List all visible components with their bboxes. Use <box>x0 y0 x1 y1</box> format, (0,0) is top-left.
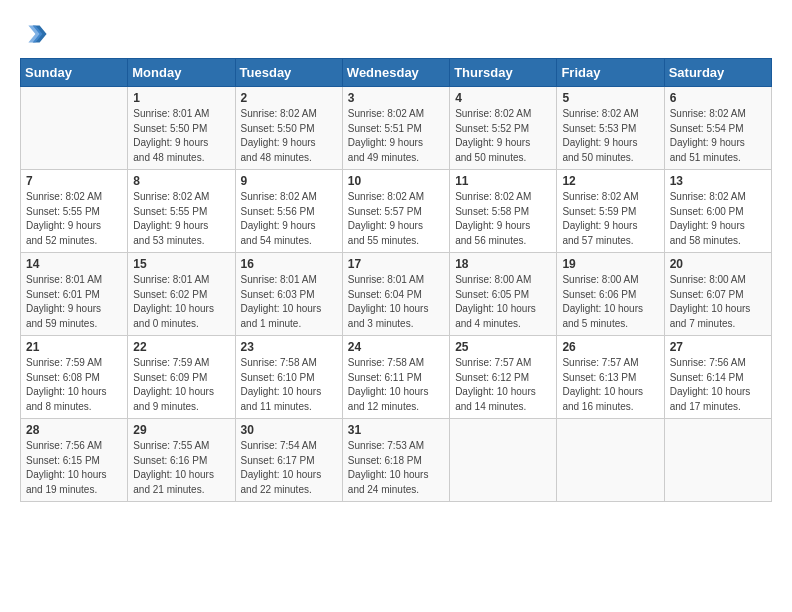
calendar-cell: 8Sunrise: 8:02 AM Sunset: 5:55 PM Daylig… <box>128 170 235 253</box>
day-number: 8 <box>133 174 229 188</box>
calendar-header-row: SundayMondayTuesdayWednesdayThursdayFrid… <box>21 59 772 87</box>
day-info: Sunrise: 7:58 AM Sunset: 6:10 PM Dayligh… <box>241 356 337 414</box>
day-info: Sunrise: 8:02 AM Sunset: 5:56 PM Dayligh… <box>241 190 337 248</box>
calendar-week-row: 21Sunrise: 7:59 AM Sunset: 6:08 PM Dayli… <box>21 336 772 419</box>
weekday-header-tuesday: Tuesday <box>235 59 342 87</box>
day-info: Sunrise: 8:01 AM Sunset: 6:03 PM Dayligh… <box>241 273 337 331</box>
day-info: Sunrise: 8:02 AM Sunset: 5:59 PM Dayligh… <box>562 190 658 248</box>
calendar-cell: 3Sunrise: 8:02 AM Sunset: 5:51 PM Daylig… <box>342 87 449 170</box>
day-info: Sunrise: 8:02 AM Sunset: 5:53 PM Dayligh… <box>562 107 658 165</box>
day-number: 18 <box>455 257 551 271</box>
day-number: 19 <box>562 257 658 271</box>
day-number: 15 <box>133 257 229 271</box>
day-number: 1 <box>133 91 229 105</box>
calendar-cell: 11Sunrise: 8:02 AM Sunset: 5:58 PM Dayli… <box>450 170 557 253</box>
calendar-cell: 22Sunrise: 7:59 AM Sunset: 6:09 PM Dayli… <box>128 336 235 419</box>
day-info: Sunrise: 7:56 AM Sunset: 6:14 PM Dayligh… <box>670 356 766 414</box>
day-info: Sunrise: 7:56 AM Sunset: 6:15 PM Dayligh… <box>26 439 122 497</box>
day-number: 22 <box>133 340 229 354</box>
day-info: Sunrise: 8:00 AM Sunset: 6:06 PM Dayligh… <box>562 273 658 331</box>
calendar-cell: 7Sunrise: 8:02 AM Sunset: 5:55 PM Daylig… <box>21 170 128 253</box>
day-info: Sunrise: 8:01 AM Sunset: 5:50 PM Dayligh… <box>133 107 229 165</box>
day-number: 12 <box>562 174 658 188</box>
day-info: Sunrise: 8:02 AM Sunset: 5:55 PM Dayligh… <box>133 190 229 248</box>
day-number: 26 <box>562 340 658 354</box>
calendar-cell: 18Sunrise: 8:00 AM Sunset: 6:05 PM Dayli… <box>450 253 557 336</box>
day-info: Sunrise: 8:01 AM Sunset: 6:01 PM Dayligh… <box>26 273 122 331</box>
day-info: Sunrise: 8:02 AM Sunset: 5:58 PM Dayligh… <box>455 190 551 248</box>
day-info: Sunrise: 7:57 AM Sunset: 6:12 PM Dayligh… <box>455 356 551 414</box>
day-info: Sunrise: 7:54 AM Sunset: 6:17 PM Dayligh… <box>241 439 337 497</box>
day-info: Sunrise: 7:59 AM Sunset: 6:08 PM Dayligh… <box>26 356 122 414</box>
calendar-cell: 15Sunrise: 8:01 AM Sunset: 6:02 PM Dayli… <box>128 253 235 336</box>
day-info: Sunrise: 7:53 AM Sunset: 6:18 PM Dayligh… <box>348 439 444 497</box>
day-number: 29 <box>133 423 229 437</box>
calendar-week-row: 28Sunrise: 7:56 AM Sunset: 6:15 PM Dayli… <box>21 419 772 502</box>
day-number: 10 <box>348 174 444 188</box>
day-number: 21 <box>26 340 122 354</box>
calendar-cell: 31Sunrise: 7:53 AM Sunset: 6:18 PM Dayli… <box>342 419 449 502</box>
day-info: Sunrise: 8:02 AM Sunset: 5:50 PM Dayligh… <box>241 107 337 165</box>
calendar-cell: 28Sunrise: 7:56 AM Sunset: 6:15 PM Dayli… <box>21 419 128 502</box>
calendar-cell: 23Sunrise: 7:58 AM Sunset: 6:10 PM Dayli… <box>235 336 342 419</box>
calendar-cell: 26Sunrise: 7:57 AM Sunset: 6:13 PM Dayli… <box>557 336 664 419</box>
calendar-cell: 12Sunrise: 8:02 AM Sunset: 5:59 PM Dayli… <box>557 170 664 253</box>
day-number: 4 <box>455 91 551 105</box>
calendar-cell: 20Sunrise: 8:00 AM Sunset: 6:07 PM Dayli… <box>664 253 771 336</box>
day-number: 11 <box>455 174 551 188</box>
calendar-cell <box>21 87 128 170</box>
day-info: Sunrise: 7:55 AM Sunset: 6:16 PM Dayligh… <box>133 439 229 497</box>
calendar-cell: 17Sunrise: 8:01 AM Sunset: 6:04 PM Dayli… <box>342 253 449 336</box>
calendar-cell: 5Sunrise: 8:02 AM Sunset: 5:53 PM Daylig… <box>557 87 664 170</box>
page-header <box>20 20 772 48</box>
calendar-cell: 21Sunrise: 7:59 AM Sunset: 6:08 PM Dayli… <box>21 336 128 419</box>
day-info: Sunrise: 8:02 AM Sunset: 5:51 PM Dayligh… <box>348 107 444 165</box>
day-number: 25 <box>455 340 551 354</box>
calendar-cell: 25Sunrise: 7:57 AM Sunset: 6:12 PM Dayli… <box>450 336 557 419</box>
day-number: 9 <box>241 174 337 188</box>
calendar-cell: 14Sunrise: 8:01 AM Sunset: 6:01 PM Dayli… <box>21 253 128 336</box>
calendar-cell: 13Sunrise: 8:02 AM Sunset: 6:00 PM Dayli… <box>664 170 771 253</box>
day-info: Sunrise: 8:02 AM Sunset: 6:00 PM Dayligh… <box>670 190 766 248</box>
calendar-cell: 16Sunrise: 8:01 AM Sunset: 6:03 PM Dayli… <box>235 253 342 336</box>
weekday-header-sunday: Sunday <box>21 59 128 87</box>
day-number: 17 <box>348 257 444 271</box>
calendar-week-row: 7Sunrise: 8:02 AM Sunset: 5:55 PM Daylig… <box>21 170 772 253</box>
calendar-cell: 24Sunrise: 7:58 AM Sunset: 6:11 PM Dayli… <box>342 336 449 419</box>
calendar-cell: 29Sunrise: 7:55 AM Sunset: 6:16 PM Dayli… <box>128 419 235 502</box>
calendar-week-row: 1Sunrise: 8:01 AM Sunset: 5:50 PM Daylig… <box>21 87 772 170</box>
day-number: 7 <box>26 174 122 188</box>
day-number: 5 <box>562 91 658 105</box>
calendar-cell: 10Sunrise: 8:02 AM Sunset: 5:57 PM Dayli… <box>342 170 449 253</box>
day-info: Sunrise: 8:02 AM Sunset: 5:57 PM Dayligh… <box>348 190 444 248</box>
weekday-header-thursday: Thursday <box>450 59 557 87</box>
day-info: Sunrise: 7:58 AM Sunset: 6:11 PM Dayligh… <box>348 356 444 414</box>
day-info: Sunrise: 7:59 AM Sunset: 6:09 PM Dayligh… <box>133 356 229 414</box>
day-info: Sunrise: 8:02 AM Sunset: 5:54 PM Dayligh… <box>670 107 766 165</box>
day-number: 31 <box>348 423 444 437</box>
day-number: 3 <box>348 91 444 105</box>
calendar-cell: 19Sunrise: 8:00 AM Sunset: 6:06 PM Dayli… <box>557 253 664 336</box>
day-info: Sunrise: 8:01 AM Sunset: 6:04 PM Dayligh… <box>348 273 444 331</box>
calendar-cell <box>450 419 557 502</box>
weekday-header-friday: Friday <box>557 59 664 87</box>
calendar-cell: 6Sunrise: 8:02 AM Sunset: 5:54 PM Daylig… <box>664 87 771 170</box>
day-number: 14 <box>26 257 122 271</box>
day-info: Sunrise: 8:00 AM Sunset: 6:05 PM Dayligh… <box>455 273 551 331</box>
calendar-cell <box>664 419 771 502</box>
day-info: Sunrise: 7:57 AM Sunset: 6:13 PM Dayligh… <box>562 356 658 414</box>
weekday-header-saturday: Saturday <box>664 59 771 87</box>
logo-icon <box>20 20 48 48</box>
day-number: 20 <box>670 257 766 271</box>
calendar-table: SundayMondayTuesdayWednesdayThursdayFrid… <box>20 58 772 502</box>
calendar-cell: 30Sunrise: 7:54 AM Sunset: 6:17 PM Dayli… <box>235 419 342 502</box>
weekday-header-monday: Monday <box>128 59 235 87</box>
day-number: 27 <box>670 340 766 354</box>
logo <box>20 20 52 48</box>
calendar-cell: 27Sunrise: 7:56 AM Sunset: 6:14 PM Dayli… <box>664 336 771 419</box>
day-number: 24 <box>348 340 444 354</box>
day-number: 6 <box>670 91 766 105</box>
day-number: 30 <box>241 423 337 437</box>
day-number: 28 <box>26 423 122 437</box>
day-info: Sunrise: 8:01 AM Sunset: 6:02 PM Dayligh… <box>133 273 229 331</box>
